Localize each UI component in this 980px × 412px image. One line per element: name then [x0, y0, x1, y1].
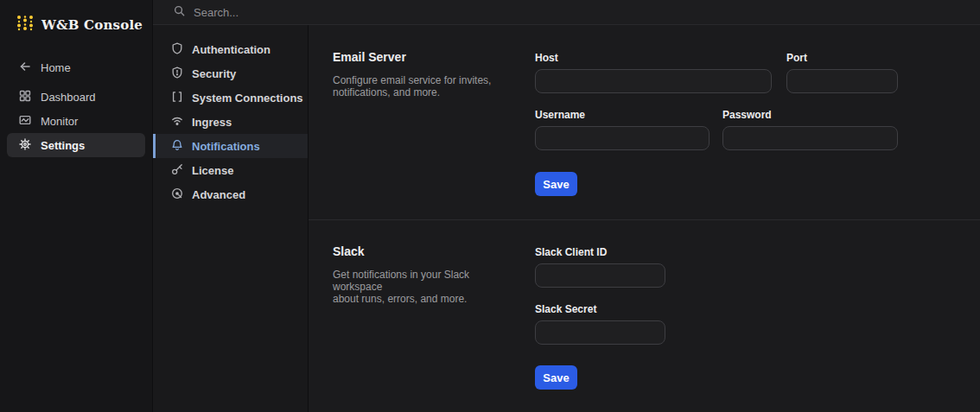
slack-client-id-field-group: Slack Client ID [535, 246, 665, 288]
section-description: Configure email service for invites, not… [333, 74, 514, 98]
sidebar-item-label: Dashboard [41, 91, 96, 104]
settings-nav-system-connections[interactable]: System Connections [153, 86, 308, 110]
username-input[interactable] [535, 126, 710, 150]
app-title: W&B Console [41, 17, 143, 33]
slack-info: Slack Get notifications in your Slack wo… [333, 244, 535, 412]
email-server-save-button[interactable]: Save [535, 172, 577, 196]
host-input[interactable] [535, 69, 772, 93]
port-field-group: Port [786, 52, 898, 93]
arrow-left-icon [19, 60, 31, 75]
sidebar-item-dashboard[interactable]: Dashboard [7, 85, 145, 109]
slack-form: Slack Client ID Slack Secret Save [535, 244, 665, 412]
sidebar-item-label: Settings [41, 139, 85, 152]
slack-secret-label: Slack Secret [535, 303, 665, 315]
settings-nav-advanced[interactable]: Advanced [153, 182, 308, 206]
search-placeholder: Search... [194, 6, 239, 19]
settings-nav-label: Notifications [192, 140, 260, 153]
settings-nav-label: Authentication [192, 43, 270, 56]
brackets-icon [171, 91, 183, 105]
email-server-form: Host Port Username Password Save [535, 50, 898, 219]
settings-nav-notifications[interactable]: Notifications [153, 134, 308, 158]
sidebar-item-label: Home [41, 61, 71, 74]
email-server-info: Email Server Configure email service for… [333, 50, 535, 219]
host-field-group: Host [535, 52, 772, 93]
password-input[interactable] [722, 126, 898, 150]
gear-icon [19, 138, 31, 153]
shield-icon [171, 42, 183, 57]
port-label: Port [786, 52, 898, 64]
password-field-group: Password [722, 109, 898, 150]
advanced-icon [171, 187, 183, 202]
settings-nav-label: Security [192, 67, 236, 80]
password-label: Password [722, 109, 898, 121]
username-field-group: Username [535, 109, 710, 150]
section-title: Email Server [333, 50, 514, 64]
settings-nav-authentication[interactable]: Authentication [153, 37, 308, 61]
settings-content: Email Server Configure email service for… [309, 26, 980, 412]
bell-icon [171, 139, 183, 154]
port-input[interactable] [786, 69, 898, 93]
wifi-icon [171, 115, 183, 130]
settings-nav-label: License [192, 164, 233, 177]
settings-nav-license[interactable]: License [153, 158, 308, 182]
wandb-logo-icon [16, 14, 35, 36]
search-input[interactable]: Search... [153, 0, 980, 25]
main-nav: Home Dashboard Monitor [0, 55, 152, 157]
sidebar-item-label: Monitor [41, 115, 78, 128]
host-label: Host [535, 52, 772, 64]
sidebar-item-monitor[interactable]: Monitor [7, 109, 145, 133]
main-sidebar: W&B Console Home Dashboard [0, 0, 153, 412]
settings-nav-label: Ingress [192, 116, 232, 129]
slack-client-id-input[interactable] [535, 263, 665, 288]
slack-save-button[interactable]: Save [535, 365, 577, 390]
app-logo: W&B Console [0, 0, 152, 36]
slack-secret-field-group: Slack Secret [535, 303, 665, 345]
email-server-section: Email Server Configure email service for… [309, 26, 980, 219]
sidebar-item-settings[interactable]: Settings [7, 133, 145, 157]
key-icon [171, 163, 183, 178]
settings-nav: Authentication Security System Connectio… [153, 25, 309, 412]
slack-secret-input[interactable] [535, 320, 665, 345]
shield-alert-icon [171, 67, 183, 81]
monitor-icon [19, 114, 31, 129]
settings-nav-ingress[interactable]: Ingress [153, 110, 308, 134]
sidebar-item-home[interactable]: Home [7, 55, 145, 79]
settings-nav-security[interactable]: Security [153, 61, 308, 86]
dashboard-icon [19, 90, 31, 105]
username-label: Username [535, 109, 710, 121]
settings-nav-label: Advanced [192, 188, 245, 201]
section-description: Get notifications in your Slack workspac… [333, 269, 514, 305]
section-title: Slack [333, 244, 514, 258]
slack-section: Slack Get notifications in your Slack wo… [309, 219, 980, 412]
slack-client-id-label: Slack Client ID [535, 246, 665, 258]
search-icon [174, 4, 185, 20]
settings-nav-label: System Connections [192, 92, 303, 105]
